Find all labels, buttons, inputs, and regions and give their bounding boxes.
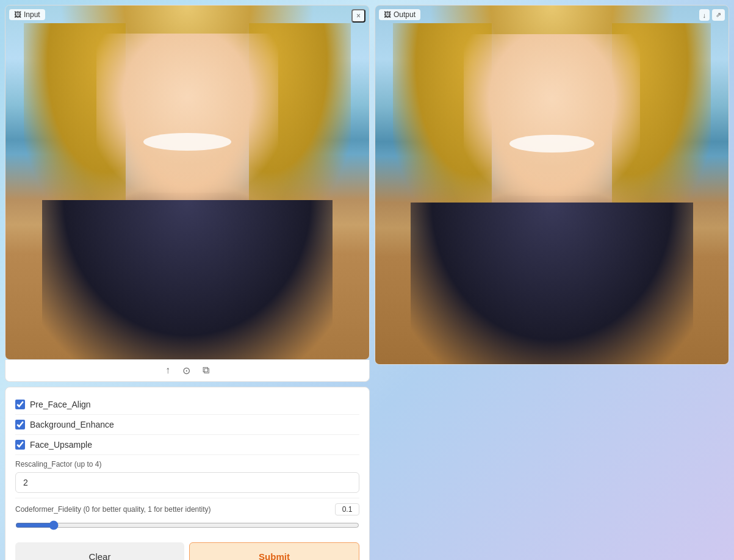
person-overlay: [5, 5, 369, 359]
settings-icon[interactable]: ⊙: [182, 365, 190, 376]
input-image: [5, 5, 369, 359]
codeformer-label: Codeformer_Fidelity (0 for better qualit…: [15, 505, 211, 514]
left-panel: 🖼 Input × ↑: [5, 5, 370, 560]
output-label: Output: [394, 10, 416, 19]
download-button[interactable]: ↓: [699, 9, 710, 21]
image-icon: 🖼: [14, 10, 21, 19]
submit-button[interactable]: Submit: [189, 542, 359, 560]
output-body: [411, 203, 693, 364]
background-enhance-label: Background_Enhance: [30, 420, 114, 429]
smile: [143, 133, 231, 151]
output-person-overlay: [375, 5, 729, 364]
rescaling-factor-input[interactable]: [15, 472, 359, 493]
pre-face-align-label: Pre_Face_Align: [30, 400, 91, 409]
face-upsample-label: Face_Upsample: [30, 440, 92, 450]
close-button[interactable]: ×: [351, 9, 365, 23]
codeformer-slider[interactable]: [15, 520, 359, 530]
output-image-icon: 🖼: [384, 10, 391, 19]
upload-icon[interactable]: ↑: [165, 365, 170, 376]
face-upsample-checkbox[interactable]: [15, 440, 25, 450]
input-header: 🖼 Input: [9, 9, 45, 20]
rescaling-factor-section: Rescaling_Factor (up to 4): [15, 455, 359, 498]
pre-face-align-checkbox[interactable]: [15, 400, 25, 409]
body: [42, 200, 333, 359]
output-actions: ↓ ⇗: [699, 9, 725, 21]
input-canvas: [5, 5, 369, 359]
button-row: Clear Submit: [15, 542, 359, 560]
rescaling-factor-label: Rescaling_Factor (up to 4): [15, 460, 359, 468]
output-smile: [509, 135, 594, 153]
input-label: Input: [24, 10, 40, 19]
output-canvas: [375, 5, 729, 364]
right-panel: 🖼 Output ↓ ⇗: [375, 5, 729, 560]
codeformer-header: Codeformer_Fidelity (0 for better qualit…: [15, 503, 359, 515]
face-upsample-row: Face_Upsample: [15, 435, 359, 455]
face-skin: [96, 34, 278, 193]
clear-button[interactable]: Clear: [15, 542, 184, 560]
output-image-panel: 🖼 Output ↓ ⇗: [375, 5, 729, 365]
toolbar-row: ↑ ⊙ ⧉: [5, 360, 370, 382]
output-face-skin: [464, 34, 641, 196]
output-header: 🖼 Output: [379, 9, 420, 20]
controls-panel: Pre_Face_Align Background_Enhance Face_U…: [5, 387, 370, 560]
codeformer-value: 0.1: [335, 503, 359, 515]
input-image-panel: 🖼 Input ×: [5, 5, 370, 360]
output-image: [375, 5, 729, 364]
share-button[interactable]: ⇗: [712, 9, 725, 21]
main-container: 🖼 Input × ↑: [5, 5, 729, 560]
background-enhance-row: Background_Enhance: [15, 415, 359, 435]
pre-face-align-row: Pre_Face_Align: [15, 395, 359, 415]
background-enhance-checkbox[interactable]: [15, 420, 25, 429]
codeformer-fidelity-section: Codeformer_Fidelity (0 for better qualit…: [15, 498, 359, 537]
copy-icon[interactable]: ⧉: [203, 365, 209, 376]
